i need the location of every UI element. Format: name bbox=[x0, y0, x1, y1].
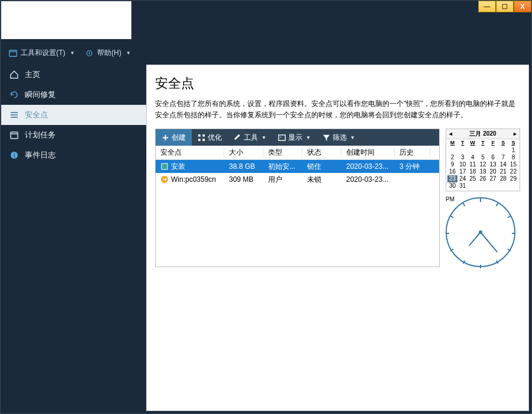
menubar: 工具和设置(T) ▼ 帮助(H) ▼ bbox=[9, 48, 131, 58]
calendar-day[interactable]: 9 bbox=[447, 161, 457, 168]
clock-tick bbox=[480, 265, 481, 268]
col-created[interactable]: 创建时间 bbox=[341, 147, 395, 158]
calendar-day[interactable]: 15 bbox=[508, 161, 518, 168]
calendar-day[interactable]: 1 bbox=[508, 147, 518, 154]
col-history[interactable]: 历史 bbox=[395, 147, 430, 158]
calendar-day[interactable]: 21 bbox=[498, 168, 508, 175]
calendar-next[interactable]: ► bbox=[512, 131, 518, 137]
clock-tick bbox=[496, 203, 499, 207]
calendar-day[interactable]: 25 bbox=[467, 175, 478, 182]
cell-state: 未锁 bbox=[302, 175, 341, 185]
clock-tick bbox=[446, 233, 449, 234]
calendar-dow-cell: T bbox=[457, 140, 467, 146]
calendar-day[interactable]: 23 bbox=[447, 175, 457, 182]
calendar-day[interactable]: 11 bbox=[467, 161, 478, 168]
create-button[interactable]: 创建 bbox=[156, 129, 192, 146]
sidebar-item-snapshots[interactable]: 安全点 bbox=[1, 105, 146, 125]
calendar-day[interactable]: 6 bbox=[488, 154, 498, 161]
calendar-day[interactable]: 29 bbox=[508, 175, 518, 182]
chevron-down-icon: ▼ bbox=[262, 135, 266, 140]
calendar-day[interactable]: 19 bbox=[478, 168, 488, 175]
svg-point-16 bbox=[280, 136, 282, 137]
help-menu[interactable]: 帮助(H) ▼ bbox=[85, 48, 131, 58]
calendar-day[interactable]: 22 bbox=[508, 168, 518, 175]
main-panel: 安全点 安全点包括了您所有的系统，设置，程序跟资料。安全点可以看作您电脑的一个"… bbox=[146, 65, 529, 411]
sidebar-item-label: 计划任务 bbox=[25, 130, 56, 140]
calendar-day[interactable]: 31 bbox=[457, 182, 467, 190]
calendar-day bbox=[467, 182, 478, 190]
calendar-day[interactable]: 4 bbox=[467, 154, 478, 161]
calendar-day[interactable]: 10 bbox=[457, 161, 467, 168]
table-row[interactable]: Win:pc0359cn309 MB用户未锁2020-03-23... bbox=[156, 173, 439, 186]
calendar-day bbox=[447, 147, 457, 154]
calendar-day[interactable]: 8 bbox=[508, 154, 518, 161]
calendar-day[interactable]: 12 bbox=[478, 161, 488, 168]
calendar-icon bbox=[9, 130, 19, 140]
col-state[interactable]: 状态 bbox=[302, 147, 341, 158]
tools-button[interactable]: 工具 ▼ bbox=[228, 129, 272, 146]
page-title: 安全点 bbox=[155, 75, 520, 92]
calendar-day[interactable]: 7 bbox=[498, 154, 508, 161]
calendar-day[interactable]: 13 bbox=[488, 161, 498, 168]
table-row[interactable]: 安装38.8 GB初始安...锁住2020-03-23...3 分钟 bbox=[156, 160, 439, 173]
cell-created: 2020-03-23... bbox=[341, 162, 395, 171]
clock-tick bbox=[450, 249, 453, 252]
clock-tick bbox=[512, 233, 515, 234]
calendar-icon bbox=[9, 49, 17, 57]
calendar-prev[interactable]: ◄ bbox=[448, 131, 453, 137]
calendar-day[interactable]: 17 bbox=[457, 168, 467, 175]
calendar-day[interactable]: 3 bbox=[457, 154, 467, 161]
clock-area: PM bbox=[446, 197, 520, 267]
maximize-button[interactable]: ☐ bbox=[496, 1, 514, 12]
calendar-day[interactable]: 5 bbox=[478, 154, 488, 161]
calendar-day[interactable]: 27 bbox=[488, 175, 498, 182]
calendar-dow-cell: W bbox=[467, 140, 478, 146]
optimize-button[interactable]: 优化 bbox=[192, 129, 228, 146]
svg-point-3 bbox=[89, 52, 91, 54]
tb-label: 创建 bbox=[172, 133, 186, 143]
install-icon bbox=[160, 162, 169, 171]
sidebar-item-home[interactable]: 主页 bbox=[1, 65, 146, 85]
svg-rect-17 bbox=[162, 163, 167, 169]
calendar-day bbox=[508, 182, 518, 190]
calendar: ◄ 三月 2020 ► MTWTFSS 12345678910111213141… bbox=[446, 129, 520, 191]
filter-button[interactable]: 筛选 ▼ bbox=[317, 129, 361, 146]
gear-icon bbox=[85, 49, 93, 57]
arrow-icon bbox=[160, 175, 169, 184]
sidebar-item-eventlog[interactable]: i 事件日志 bbox=[1, 145, 146, 165]
calendar-day[interactable]: 18 bbox=[467, 168, 478, 175]
window-controls: — ☐ X bbox=[478, 1, 531, 12]
display-button[interactable]: 显示 ▼ bbox=[272, 129, 317, 146]
grid-icon bbox=[198, 134, 205, 142]
side-panel: ◄ 三月 2020 ► MTWTFSS 12345678910111213141… bbox=[446, 129, 520, 267]
calendar-dow-cell: M bbox=[447, 140, 457, 146]
calendar-dow-cell: T bbox=[478, 140, 488, 146]
calendar-day[interactable]: 28 bbox=[498, 175, 508, 182]
sidebar-item-schedule[interactable]: 计划任务 bbox=[1, 125, 146, 145]
tools-settings-menu[interactable]: 工具和设置(T) ▼ bbox=[9, 48, 75, 58]
clock-tick bbox=[480, 198, 481, 202]
calendar-day[interactable]: 26 bbox=[478, 175, 488, 182]
cell-name: 安装 bbox=[171, 162, 185, 172]
logo-area bbox=[1, 1, 131, 39]
svg-rect-0 bbox=[9, 50, 17, 56]
sidebar: 主页 瞬间修复 安全点 计划任务 i 事件日志 bbox=[1, 65, 146, 413]
calendar-day[interactable]: 16 bbox=[447, 168, 457, 175]
clock-tick bbox=[507, 249, 511, 252]
calendar-day[interactable]: 20 bbox=[488, 168, 498, 175]
calendar-day[interactable]: 30 bbox=[447, 182, 457, 190]
calendar-day[interactable]: 14 bbox=[498, 161, 508, 168]
clock-ampm: PM bbox=[446, 196, 454, 203]
svg-rect-6 bbox=[11, 117, 18, 118]
col-size[interactable]: 大小 bbox=[224, 147, 263, 158]
close-button[interactable]: X bbox=[514, 1, 531, 12]
calendar-day[interactable]: 2 bbox=[447, 154, 457, 161]
calendar-day[interactable]: 24 bbox=[457, 175, 467, 182]
minimize-button[interactable]: — bbox=[478, 1, 496, 12]
calendar-dow-cell: S bbox=[508, 140, 518, 146]
svg-rect-11 bbox=[198, 134, 201, 137]
col-type[interactable]: 类型 bbox=[263, 147, 302, 158]
cell-name: Win:pc0359cn bbox=[171, 175, 216, 184]
sidebar-item-restore[interactable]: 瞬间修复 bbox=[1, 85, 146, 105]
col-snapshot[interactable]: 安全点 bbox=[156, 147, 224, 158]
